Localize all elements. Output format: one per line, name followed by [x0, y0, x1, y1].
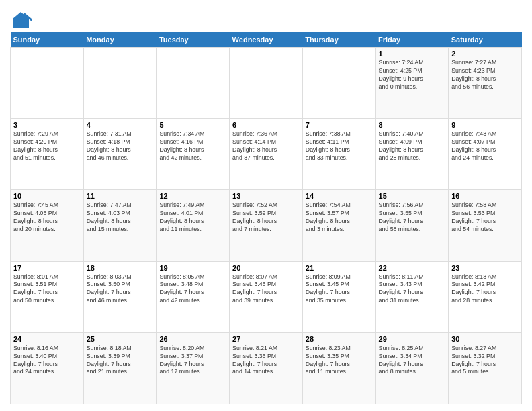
- calendar-cell: 19Sunrise: 8:05 AMSunset: 3:48 PMDayligh…: [157, 261, 230, 332]
- calendar-week-1: 1Sunrise: 7:24 AMSunset: 4:25 PMDaylight…: [11, 48, 522, 119]
- day-number: 24: [13, 335, 81, 343]
- day-info: Sunrise: 8:25 AMSunset: 3:34 PMDaylight:…: [379, 345, 446, 377]
- day-info: Sunrise: 7:47 AMSunset: 4:03 PMDaylight:…: [87, 201, 154, 234]
- day-info: Sunrise: 8:03 AMSunset: 3:50 PMDaylight:…: [87, 273, 154, 306]
- calendar-cell: 3Sunrise: 7:29 AMSunset: 4:20 PMDaylight…: [11, 119, 84, 190]
- calendar-cell: 28Sunrise: 8:23 AMSunset: 3:35 PMDayligh…: [302, 332, 375, 404]
- day-info: Sunrise: 8:20 AMSunset: 3:37 PMDaylight:…: [159, 345, 226, 377]
- calendar-cell: 26Sunrise: 8:20 AMSunset: 3:37 PMDayligh…: [157, 332, 230, 404]
- day-info: Sunrise: 8:01 AMSunset: 3:51 PMDaylight:…: [13, 273, 81, 306]
- day-info: Sunrise: 8:05 AMSunset: 3:48 PMDaylight:…: [159, 273, 226, 306]
- day-info: Sunrise: 7:36 AMSunset: 4:14 PMDaylight:…: [232, 130, 300, 163]
- calendar-cell: 9Sunrise: 7:43 AMSunset: 4:07 PMDaylight…: [449, 119, 522, 190]
- day-number: 1: [379, 50, 446, 58]
- day-info: Sunrise: 8:27 AMSunset: 3:32 PMDaylight:…: [451, 345, 519, 377]
- header-cell-sunday: Sunday: [11, 32, 84, 48]
- day-info: Sunrise: 7:38 AMSunset: 4:11 PMDaylight:…: [306, 130, 373, 163]
- day-info: Sunrise: 7:34 AMSunset: 4:16 PMDaylight:…: [159, 130, 226, 163]
- calendar-cell: 20Sunrise: 8:07 AMSunset: 3:46 PMDayligh…: [230, 261, 303, 332]
- calendar-cell: 12Sunrise: 7:49 AMSunset: 4:01 PMDayligh…: [157, 190, 230, 261]
- calendar-cell: 22Sunrise: 8:11 AMSunset: 3:43 PMDayligh…: [375, 261, 449, 332]
- calendar-cell: 17Sunrise: 8:01 AMSunset: 3:51 PMDayligh…: [11, 261, 84, 332]
- day-number: 18: [87, 264, 154, 272]
- header: [10, 7, 522, 28]
- day-number: 15: [379, 192, 446, 200]
- day-info: Sunrise: 7:24 AMSunset: 4:25 PMDaylight:…: [379, 59, 446, 91]
- day-info: Sunrise: 7:43 AMSunset: 4:07 PMDaylight:…: [451, 130, 519, 163]
- calendar-week-5: 24Sunrise: 8:16 AMSunset: 3:40 PMDayligh…: [11, 332, 522, 404]
- day-number: 11: [87, 192, 154, 200]
- day-number: 27: [232, 335, 300, 343]
- day-info: Sunrise: 8:07 AMSunset: 3:46 PMDaylight:…: [232, 273, 300, 306]
- header-row: SundayMondayTuesdayWednesdayThursdayFrid…: [11, 32, 522, 48]
- day-number: 8: [379, 121, 446, 129]
- day-number: 12: [159, 192, 226, 200]
- logo: [10, 9, 32, 28]
- calendar-cell: 8Sunrise: 7:40 AMSunset: 4:09 PMDaylight…: [375, 119, 449, 190]
- calendar-cell: 6Sunrise: 7:36 AMSunset: 4:14 PMDaylight…: [230, 119, 303, 190]
- day-number: 4: [87, 121, 154, 129]
- day-info: Sunrise: 7:40 AMSunset: 4:09 PMDaylight:…: [379, 130, 446, 163]
- day-info: Sunrise: 8:09 AMSunset: 3:45 PMDaylight:…: [306, 273, 373, 306]
- day-info: Sunrise: 7:56 AMSunset: 3:55 PMDaylight:…: [379, 201, 446, 234]
- calendar-cell: 27Sunrise: 8:21 AMSunset: 3:36 PMDayligh…: [230, 332, 303, 404]
- calendar-week-4: 17Sunrise: 8:01 AMSunset: 3:51 PMDayligh…: [11, 261, 522, 332]
- day-number: 22: [379, 264, 446, 272]
- calendar-cell: 29Sunrise: 8:25 AMSunset: 3:34 PMDayligh…: [375, 332, 449, 404]
- day-number: 17: [13, 264, 81, 272]
- day-number: 25: [87, 335, 154, 343]
- calendar-cell: 10Sunrise: 7:45 AMSunset: 4:05 PMDayligh…: [11, 190, 84, 261]
- calendar-cell: 18Sunrise: 8:03 AMSunset: 3:50 PMDayligh…: [83, 261, 157, 332]
- calendar-cell: 11Sunrise: 7:47 AMSunset: 4:03 PMDayligh…: [83, 190, 157, 261]
- header-cell-saturday: Saturday: [449, 32, 522, 48]
- day-number: 10: [13, 192, 81, 200]
- day-number: 30: [451, 335, 519, 343]
- calendar-cell: 25Sunrise: 8:18 AMSunset: 3:39 PMDayligh…: [83, 332, 157, 404]
- calendar-cell: [230, 48, 303, 119]
- page: SundayMondayTuesdayWednesdayThursdayFrid…: [0, 0, 532, 411]
- calendar-cell: [83, 48, 157, 119]
- day-info: Sunrise: 8:16 AMSunset: 3:40 PMDaylight:…: [13, 345, 81, 377]
- header-cell-monday: Monday: [83, 32, 157, 48]
- calendar-cell: 14Sunrise: 7:54 AMSunset: 3:57 PMDayligh…: [302, 190, 375, 261]
- day-number: 16: [451, 192, 519, 200]
- day-info: Sunrise: 8:18 AMSunset: 3:39 PMDaylight:…: [87, 345, 154, 377]
- day-number: 3: [13, 121, 81, 129]
- day-number: 29: [379, 335, 446, 343]
- day-number: 23: [451, 264, 519, 272]
- calendar-cell: 4Sunrise: 7:31 AMSunset: 4:18 PMDaylight…: [83, 119, 157, 190]
- day-info: Sunrise: 7:27 AMSunset: 4:23 PMDaylight:…: [451, 59, 519, 91]
- calendar-cell: 23Sunrise: 8:13 AMSunset: 3:42 PMDayligh…: [449, 261, 522, 332]
- day-number: 20: [232, 264, 300, 272]
- day-info: Sunrise: 7:54 AMSunset: 3:57 PMDaylight:…: [306, 201, 373, 234]
- day-number: 14: [306, 192, 373, 200]
- day-info: Sunrise: 8:11 AMSunset: 3:43 PMDaylight:…: [379, 273, 446, 306]
- calendar-cell: 15Sunrise: 7:56 AMSunset: 3:55 PMDayligh…: [375, 190, 449, 261]
- header-cell-friday: Friday: [375, 32, 449, 48]
- day-info: Sunrise: 7:49 AMSunset: 4:01 PMDaylight:…: [159, 201, 226, 234]
- day-number: 28: [306, 335, 373, 343]
- header-cell-thursday: Thursday: [302, 32, 375, 48]
- day-number: 19: [159, 264, 226, 272]
- calendar-cell: 2Sunrise: 7:27 AMSunset: 4:23 PMDaylight…: [449, 48, 522, 119]
- day-number: 13: [232, 192, 300, 200]
- calendar-cell: [157, 48, 230, 119]
- day-info: Sunrise: 8:23 AMSunset: 3:35 PMDaylight:…: [306, 345, 373, 377]
- calendar-table: SundayMondayTuesdayWednesdayThursdayFrid…: [10, 32, 522, 404]
- calendar-body: 1Sunrise: 7:24 AMSunset: 4:25 PMDaylight…: [11, 48, 522, 404]
- calendar-cell: 16Sunrise: 7:58 AMSunset: 3:53 PMDayligh…: [449, 190, 522, 261]
- calendar-cell: [11, 48, 84, 119]
- day-number: 26: [159, 335, 226, 343]
- calendar-cell: 21Sunrise: 8:09 AMSunset: 3:45 PMDayligh…: [302, 261, 375, 332]
- calendar-cell: 7Sunrise: 7:38 AMSunset: 4:11 PMDaylight…: [302, 119, 375, 190]
- calendar-week-3: 10Sunrise: 7:45 AMSunset: 4:05 PMDayligh…: [11, 190, 522, 261]
- calendar-week-2: 3Sunrise: 7:29 AMSunset: 4:20 PMDaylight…: [11, 119, 522, 190]
- calendar-cell: 30Sunrise: 8:27 AMSunset: 3:32 PMDayligh…: [449, 332, 522, 404]
- day-info: Sunrise: 8:21 AMSunset: 3:36 PMDaylight:…: [232, 345, 300, 377]
- calendar-header: SundayMondayTuesdayWednesdayThursdayFrid…: [11, 32, 522, 48]
- day-info: Sunrise: 7:52 AMSunset: 3:59 PMDaylight:…: [232, 201, 300, 234]
- day-info: Sunrise: 8:13 AMSunset: 3:42 PMDaylight:…: [451, 273, 519, 306]
- day-number: 5: [159, 121, 226, 129]
- day-number: 21: [306, 264, 373, 272]
- calendar-cell: [302, 48, 375, 119]
